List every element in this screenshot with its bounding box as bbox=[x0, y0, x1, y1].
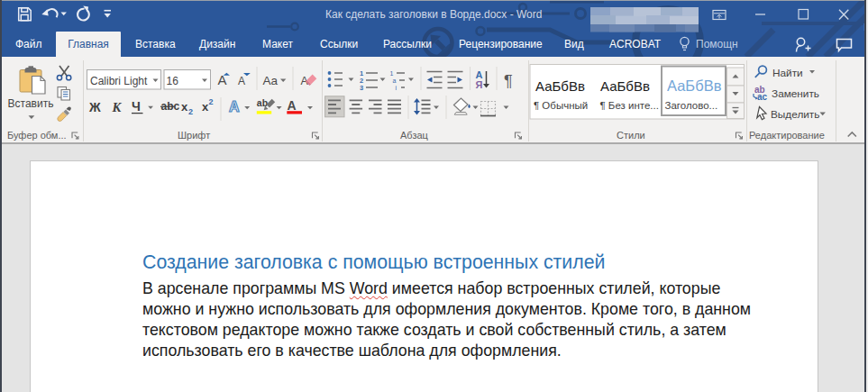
svg-text:a: a bbox=[393, 77, 397, 84]
svg-text:ac: ac bbox=[757, 92, 768, 102]
svg-text:Ч: Ч bbox=[132, 99, 141, 114]
svg-text:x: x bbox=[181, 100, 188, 114]
svg-text:Я: Я bbox=[476, 79, 483, 90]
svg-text:Aa: Aa bbox=[263, 74, 279, 87]
svg-text:К: К bbox=[112, 100, 123, 114]
svg-text:A: A bbox=[288, 98, 297, 113]
svg-text:A: A bbox=[229, 99, 240, 114]
svg-text:ab: ab bbox=[257, 97, 268, 108]
svg-text:2: 2 bbox=[209, 97, 214, 106]
svg-text:Ж: Ж bbox=[88, 100, 101, 114]
svg-text:¶: ¶ bbox=[504, 72, 513, 90]
svg-text:3: 3 bbox=[360, 84, 363, 92]
svg-text:i: i bbox=[396, 85, 397, 91]
svg-text:A: A bbox=[238, 75, 245, 87]
svg-text:2: 2 bbox=[188, 107, 193, 116]
svg-text:1: 1 bbox=[390, 70, 394, 77]
